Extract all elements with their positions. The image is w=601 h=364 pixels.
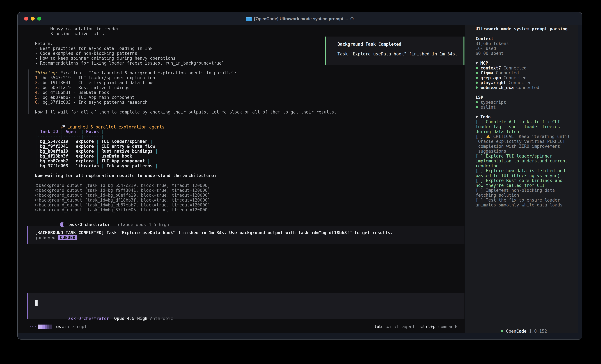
desktop: [OpenCode] Ultrawork mode system prompt … — [0, 0, 601, 364]
lsp-item: eslint — [465, 105, 578, 110]
status-bar: esc interrupt tab switch agentctrl+p com… — [18, 324, 465, 329]
tool-call-line: ⚙background_output [task_id=bg_f9ff3041,… — [18, 188, 465, 193]
terminal-main[interactable]: - Heavy computation in render - Blocking… — [18, 25, 465, 333]
launch-line: Launched 6 parallel exploration agents! — [18, 119, 465, 124]
window-controls — [24, 12, 41, 25]
todo-line: [ ] Test the fix to ensure loader — [465, 198, 578, 202]
key-hints: tab switch agentctrl+p commands — [374, 324, 459, 329]
thinking-block: Thinking: Excellent! I've launched 6 bac… — [18, 70, 465, 105]
status-badge: QUEUED — [58, 235, 77, 240]
tool-call-line: ⚙background_output [task_id=bg_eb87ebb7,… — [18, 202, 465, 207]
thinking-list-item: 1. bg_5547c219 - TUI loader/spinner expl… — [18, 75, 465, 80]
ctrlp-key-label: commands — [438, 324, 459, 329]
background-output-calls: ⚙background_output [task_id=bg_5547c219,… — [18, 183, 465, 212]
connected-status-icon — [476, 106, 478, 108]
todo-line: how they're called from CLI — [465, 183, 578, 188]
spinner-dots-icon — [30, 326, 36, 327]
todo-line: suggestions — [465, 149, 578, 154]
lsp-list: typescripteslint — [465, 100, 578, 110]
window-title: [OpenCode] Ultrawork mode system prompt … — [254, 16, 348, 21]
thinking-list-item: 3. bg_b0effa19 - Rust native bindings — [18, 85, 465, 90]
mcp-list: context7 Connectedfigma Connectedgrep_ap… — [465, 66, 578, 90]
mcp-item: websearch_exa Connected — [465, 85, 578, 90]
titlebar[interactable]: [OpenCode] Ultrawork mode system prompt … — [18, 12, 582, 25]
online-status-icon — [501, 330, 503, 332]
gear-icon: ⚙ — [35, 193, 39, 198]
minimize-button[interactable] — [31, 17, 35, 20]
tab-key-label: switch agent — [384, 324, 415, 329]
agent-name: Task-Orchestrator — [67, 222, 110, 227]
table-row: | bg_b0effa19 | explore | Rust native bi… — [18, 149, 465, 154]
brand-code: Code — [516, 329, 527, 333]
todo-line: [ ] Complete ALL tasks to fix CLI — [465, 119, 578, 124]
tool-call-line: ⚙background_output [task_id=bg_df18bb3f,… — [18, 198, 465, 202]
tool-call-line: ⚙background_output [task_id=bg_37f1c003,… — [18, 207, 465, 212]
ctrlp-key-hint: ctrl+p — [420, 324, 436, 329]
active-model[interactable]: Opus 4.5 High — [114, 316, 148, 321]
sidebar: Ultrawork mode system prompt parsing Con… — [465, 25, 578, 333]
tool-call-line: ⚙background_output [task_id=bg_b0effa19,… — [18, 193, 465, 198]
gear-icon: ⚙ — [35, 188, 39, 193]
lsp-item: typescript — [465, 100, 578, 105]
todo-line: rendering — [465, 163, 578, 168]
table-separator: |---------|-------|-------| — [18, 134, 465, 139]
todo-line: passed to TUI (blocking vs async) — [465, 173, 578, 178]
terminal-line: - Blocking native calls — [18, 31, 465, 36]
task-table: | Task ID | Agent | Focus ||---------|--… — [18, 129, 465, 168]
gear-icon: ⚙ — [35, 198, 39, 202]
agent-icon — [60, 222, 64, 227]
prompt-input-panel[interactable]: Task-Orchestrator Opus 4.5 High Anthropi… — [27, 293, 464, 319]
connected-status-icon — [476, 67, 478, 69]
folder-icon — [246, 16, 252, 21]
todo-line: completion with ZERO improvement — [465, 144, 578, 149]
connected-status-icon — [476, 72, 478, 74]
warning-icon — [486, 134, 491, 138]
esc-key-label: interrupt — [64, 324, 87, 329]
table-row: | bg_eb87ebb7 | explore | TUI App compon… — [18, 159, 465, 163]
todo-line: animates smoothly while data loads — [465, 202, 578, 207]
notification-body: Task "Explore useData hook" finished in … — [337, 52, 463, 57]
table-row: | bg_5547c219 | explore | TUI loader/spi… — [18, 139, 465, 144]
wait-text-line: Now I'll wait for all of them to complet… — [18, 110, 465, 115]
scrollbar-thumb[interactable] — [28, 69, 29, 114]
context-header: Context — [465, 36, 578, 41]
table-row: | Task ID | Agent | Focus | — [18, 129, 465, 134]
background-task-completed-panel: [BACKGROUND TASK COMPLETED] Task "Explor… — [27, 226, 464, 244]
gear-icon: ⚙ — [35, 183, 39, 188]
mcp-header[interactable]: ▼ MCP — [465, 61, 578, 66]
thinking-label: Thinking: — [35, 70, 58, 75]
todo-line: Oracle explicitly verifies PERFECT — [465, 139, 578, 144]
mcp-item: figma Connected — [465, 70, 578, 75]
close-button[interactable] — [24, 17, 28, 20]
todo-line: [ ] Implement non-blocking data — [465, 188, 578, 193]
session-title: Ultrawork mode system prompt parsing — [465, 26, 578, 31]
connected-status-icon — [476, 77, 478, 79]
connected-status-icon — [476, 82, 478, 84]
table-row: | bg_df18bb3f | explore | useData hook | — [18, 154, 465, 159]
text-cursor — [35, 300, 38, 306]
todo-line: during data fetch — [465, 129, 578, 134]
app-version: 1.0.152 — [529, 329, 547, 333]
active-agent[interactable]: Task-Orchestrator — [66, 316, 109, 321]
mcp-item: grep_app Connected — [465, 75, 578, 80]
zoom-button[interactable] — [37, 17, 41, 20]
mcp-item: playwright Connected — [465, 80, 578, 85]
input-meta: Task-Orchestrator Opus 4.5 High Anthropi… — [35, 311, 173, 316]
notification-title: Background Task Completed — [337, 42, 463, 47]
context-used: 16% used — [465, 46, 578, 51]
terminal-window: [OpenCode] Ultrawork mode system prompt … — [17, 12, 582, 340]
rocket-icon — [60, 124, 65, 129]
agent-model: claude-opus-4-5-high — [118, 222, 169, 227]
thinking-line: Thinking: Excellent! I've launched 6 bac… — [18, 70, 465, 75]
todo-header[interactable]: ▼ Todo — [465, 115, 578, 119]
connected-status-icon — [476, 86, 478, 89]
orchestrator-line: Task-Orchestrator · claude-opus-4-5-high — [18, 217, 465, 222]
brand-open: Open — [506, 329, 516, 333]
document-dirty-indicator: ○ — [350, 16, 354, 21]
thinking-list-item: 6. bg_37f1c003 - Ink async patterns rese… — [18, 100, 465, 105]
thinking-list-item: 2. bg_f9ff3041 - CLI entry point and dat… — [18, 80, 465, 85]
gear-icon: ⚙ — [35, 207, 39, 212]
todo-list: [ ] Complete ALL tasks to fix CLIloader … — [465, 119, 578, 207]
tab-key-hint: tab — [374, 324, 382, 329]
notification-toast[interactable]: Background Task Completed Task "Explore … — [325, 37, 464, 65]
